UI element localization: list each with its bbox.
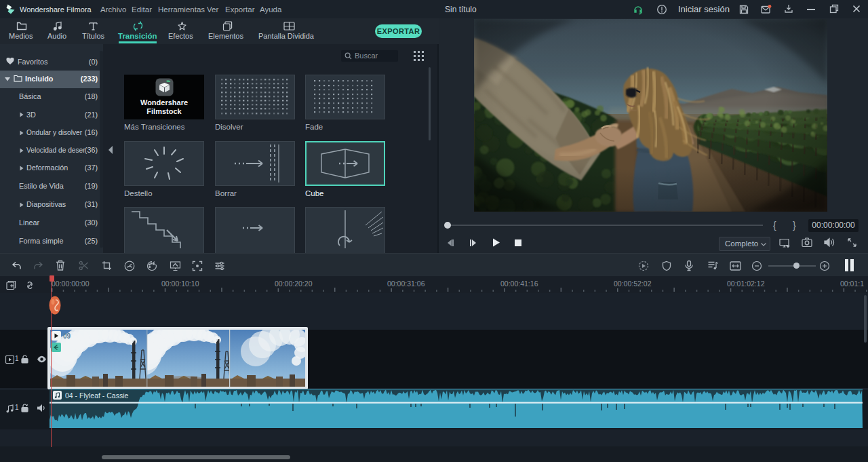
svg-text:09: 09 — [63, 332, 71, 340]
